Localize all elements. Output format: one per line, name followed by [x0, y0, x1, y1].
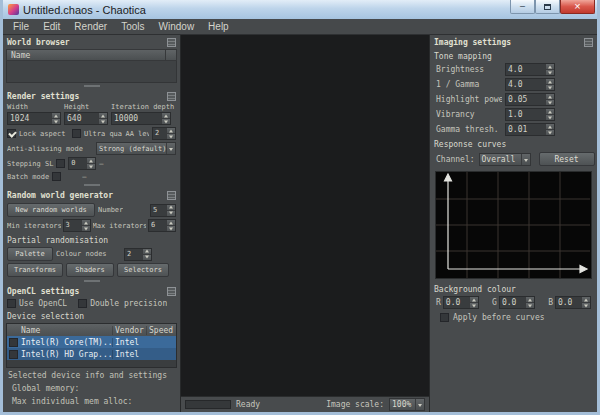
- ultra-quality-checkbox[interactable]: [72, 129, 81, 138]
- channel-select[interactable]: Overall: [479, 153, 531, 166]
- render-area[interactable]: [181, 35, 429, 396]
- device-table-header[interactable]: Name Vendor Speed: [7, 324, 176, 336]
- world-browser-section-header: World browser: [3, 35, 180, 49]
- colour-nodes-label: Colour nodes: [56, 250, 107, 258]
- number-input[interactable]: 5: [150, 204, 176, 217]
- selectors-button[interactable]: Selectors: [117, 263, 169, 277]
- menu-help[interactable]: Help: [201, 20, 236, 33]
- shaders-button[interactable]: Shaders: [66, 263, 114, 277]
- spin-down-icon: [545, 69, 554, 75]
- stepping-sl-label: Stepping SL: [7, 160, 53, 168]
- device-row[interactable]: Intel(R) Core(TM)... Intel: [7, 336, 176, 348]
- channel-label: Channel:: [436, 155, 475, 164]
- response-curve-editor[interactable]: [435, 171, 592, 279]
- x-axis-arrow-icon: [580, 266, 587, 273]
- highlight-power-row: Highlight power 0.05: [430, 92, 597, 107]
- ultra-quality-label: Ultra quality: [84, 130, 122, 138]
- width-input[interactable]: 1024: [7, 112, 61, 125]
- new-random-worlds-button[interactable]: New random worlds: [7, 203, 95, 217]
- curve-axes: [445, 174, 588, 273]
- menu-file[interactable]: File: [6, 20, 36, 33]
- tone-mapping-label: Tone mapping: [430, 49, 597, 62]
- maximize-icon: [544, 4, 551, 10]
- name-column-header[interactable]: Name: [6, 49, 177, 61]
- world-browser-panel-icon[interactable]: [167, 38, 176, 47]
- response-curve-svg: [436, 172, 590, 278]
- scroll-corner: [165, 50, 176, 60]
- double-precision-label: Double precision: [90, 299, 167, 308]
- spin-down-icon: [166, 133, 175, 139]
- menu-bar: File Edit Render Tools Window Help: [3, 19, 597, 35]
- background-colour-row: R 0.0 G 0.0 B 0.0: [430, 295, 597, 310]
- window-titlebar[interactable]: Untitled.chaos - Chaotica – ×: [3, 0, 597, 19]
- gamma-threshold-label: Gamma thresh.: [436, 125, 502, 134]
- blue-label: B: [548, 298, 553, 307]
- opencl-panel-icon[interactable]: [167, 287, 176, 296]
- iteration-depth-input[interactable]: 10000: [111, 112, 171, 125]
- brightness-input[interactable]: 4.0: [505, 63, 555, 76]
- left-panel: World browser Name Render settings Width…: [3, 35, 181, 412]
- chevron-down-icon: [415, 399, 424, 410]
- spin-down-icon: [525, 302, 534, 308]
- status-text: Ready: [236, 400, 260, 409]
- spin-down-icon: [81, 225, 90, 231]
- gamma-row: 1 / Gamma 4.0: [430, 77, 597, 92]
- menu-render[interactable]: Render: [67, 20, 114, 33]
- brightness-label: Brightness: [436, 65, 502, 74]
- blue-input[interactable]: 0.0: [555, 296, 591, 309]
- spin-down-icon: [166, 225, 175, 231]
- imaging-settings-section-header: Imaging settings: [430, 35, 597, 49]
- use-opencl-checkbox[interactable]: [7, 299, 16, 308]
- apply-before-curves-checkbox[interactable]: [440, 313, 449, 322]
- spin-down-icon: [98, 118, 107, 124]
- minimize-button[interactable]: –: [510, 0, 535, 14]
- red-input[interactable]: 0.0: [443, 296, 479, 309]
- col-name[interactable]: Name: [20, 326, 112, 335]
- device-row[interactable]: Intel(R) HD Grap... Intel: [7, 348, 176, 360]
- stepping-sl-input[interactable]: 0: [68, 157, 96, 170]
- reset-button[interactable]: Reset: [539, 152, 595, 166]
- lock-aspect-checkbox[interactable]: [7, 129, 16, 138]
- aa-mode-select[interactable]: Strong (default): [96, 142, 176, 155]
- height-input[interactable]: 640: [64, 112, 108, 125]
- highlight-power-input[interactable]: 0.05: [505, 93, 555, 106]
- stepping-sl-dash: —: [99, 160, 103, 168]
- spin-down-icon: [86, 163, 95, 169]
- gamma-label: 1 / Gamma: [436, 80, 502, 89]
- image-scale-select[interactable]: 100%: [389, 398, 425, 411]
- spin-down-icon: [469, 302, 478, 308]
- device-checkbox[interactable]: [9, 350, 18, 359]
- colour-nodes-input[interactable]: 2: [124, 248, 152, 261]
- world-list[interactable]: [6, 61, 177, 83]
- double-precision-checkbox[interactable]: [78, 299, 87, 308]
- random-world-panel-icon[interactable]: [167, 191, 176, 200]
- maximize-button[interactable]: [535, 0, 560, 14]
- menu-edit[interactable]: Edit: [36, 20, 67, 33]
- batch-mode-checkbox[interactable]: [52, 172, 61, 181]
- device-table: Name Vendor Speed Intel(R) Core(TM)... I…: [6, 323, 177, 368]
- aa-mode-label: Anti-aliasing mode: [7, 145, 83, 153]
- batch-mode-dash: —: [82, 173, 86, 181]
- spin-down-icon: [545, 99, 554, 105]
- close-button[interactable]: ×: [560, 0, 595, 14]
- gamma-input[interactable]: 4.0: [505, 78, 555, 91]
- render-settings-section-header: Render settings: [3, 89, 180, 103]
- green-input[interactable]: 0.0: [499, 296, 535, 309]
- transforms-button[interactable]: Transforms: [7, 263, 63, 277]
- stepping-sl-checkbox[interactable]: [56, 159, 65, 168]
- gamma-threshold-input[interactable]: 0.01: [505, 123, 555, 136]
- col-speed[interactable]: Speed: [146, 326, 176, 335]
- col-vendor[interactable]: Vendor: [112, 326, 146, 335]
- device-checkbox[interactable]: [9, 338, 18, 347]
- window-title: Untitled.chaos - Chaotica: [23, 4, 506, 16]
- palette-button[interactable]: Palette: [7, 247, 53, 261]
- max-iterators-input[interactable]: 6: [148, 219, 176, 232]
- vibrancy-input[interactable]: 1.0: [505, 108, 555, 121]
- aa-level-input[interactable]: 2: [152, 127, 176, 140]
- min-iterators-input[interactable]: 3: [63, 219, 91, 232]
- render-settings-panel-icon[interactable]: [167, 92, 176, 101]
- menu-tools[interactable]: Tools: [114, 20, 151, 33]
- imaging-settings-panel-icon[interactable]: [584, 38, 593, 47]
- max-iterators-label: Max iterators: [93, 222, 147, 230]
- menu-window[interactable]: Window: [152, 20, 202, 33]
